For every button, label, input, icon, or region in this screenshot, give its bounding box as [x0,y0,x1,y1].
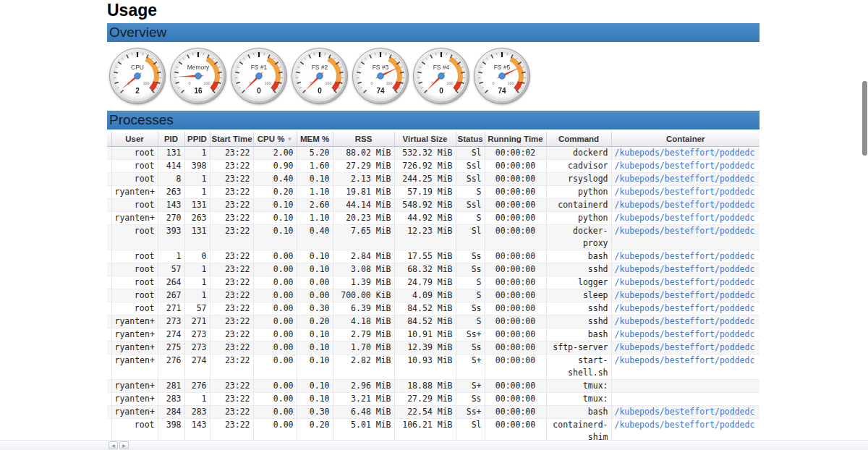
cell-start: 23:22 [210,289,253,302]
container-link[interactable]: /kubepods/besteffort/poddedc [615,226,755,236]
scroll-left-button[interactable]: ◀ [109,441,118,449]
cell-command: sleep [546,289,611,302]
cell-ppid: 1 [184,146,210,159]
container-link[interactable]: /kubepods/besteffort/poddedc [615,407,755,417]
process-row: ryanten+283123:220.000.103.21 MiB27.29 M… [107,392,760,405]
cell-vsize: 44.92 MiB [394,211,456,224]
cell-vsize: 532.32 MiB [394,146,456,159]
container-link[interactable]: /kubepods/besteffort/poddedc [615,187,755,197]
column-header-cpu[interactable]: CPU %▼ [253,132,297,146]
cell-pid: 267 [158,289,184,302]
container-link[interactable]: /kubepods/besteffort/poddedc [615,200,755,210]
cell-cpu: 0.00 [253,276,297,289]
cell-rss: 3.08 MiB [333,263,394,276]
cell-command: start- shell.sh [546,354,611,379]
container-link[interactable]: /kubepods/besteffort/poddedc [615,342,755,352]
gauge-fs-4: 0100FS #40 [412,47,470,105]
container-link[interactable]: /kubepods/besteffort/poddedc [615,329,755,339]
process-row: root2715723:220.000.306.39 MiB84.52 MiBS… [107,302,760,315]
usage-page: Usage Overview 0100CPU20100Memory160100F… [0,0,868,450]
cell-pid: 414 [158,159,184,172]
gauge-fs-2: 0100FS #20 [291,47,349,105]
cell-cpu: 2.00 [253,146,297,159]
vertical-scrollbar[interactable] [860,0,868,450]
column-header-start[interactable]: Start Time [210,132,253,146]
cell-cpu: 0.10 [253,211,297,224]
svg-text:FS #1: FS #1 [251,64,268,71]
cell-pid: 284 [158,405,184,418]
cell-command: sshd [546,263,611,276]
cell-mem: 0.10 [297,379,333,392]
column-label: RSS [355,135,373,143]
container-link[interactable]: /kubepods/besteffort/poddedc [615,148,755,158]
container-link[interactable]: /kubepods/besteffort/poddedc [615,213,755,223]
cell-rtime: 00:00:00 [485,405,546,418]
cell-status: Sl [456,146,485,159]
cell-rss: 3.21 MiB [333,392,394,405]
scroll-right-button[interactable]: ▶ [119,441,129,449]
svg-text:FS #5: FS #5 [494,64,511,71]
section-header-overview: Overview [107,23,760,42]
processes-table-header: UserPIDPPIDStart TimeCPU %▼MEM %RSSVirtu… [107,132,760,146]
cell-vsize: 84.52 MiB [394,302,456,315]
process-row: root41439823:220.901.6027.29 MiB726.92 M… [107,159,760,172]
cell-command: sftp-server [546,341,611,354]
column-header-ppid[interactable]: PPID [184,132,210,146]
cell-ppid: 0 [184,250,210,263]
column-label: Status [458,135,483,143]
container-link[interactable]: /kubepods/besteffort/poddedc [615,174,755,184]
container-link[interactable]: /kubepods/besteffort/poddedc [615,277,755,287]
cell-command: tmux: [546,392,611,405]
cell-rtime: 00:00:00 [485,341,546,354]
cell-vsize: 10.91 MiB [394,328,456,341]
cell-container: /kubepods/besteffort/poddedc [611,289,760,302]
cell-vsize: 12.39 MiB [394,341,456,354]
cell-container: /kubepods/besteffort/poddedc [611,198,760,211]
cell-container: /kubepods/besteffort/poddedc [611,159,760,172]
container-link[interactable]: /kubepods/besteffort/poddedc [615,264,755,274]
process-row: root57123:220.000.103.08 MiB68.32 MiBSs0… [107,263,760,276]
column-header-container[interactable]: Container [611,132,760,146]
container-link[interactable]: /kubepods/besteffort/poddedc [615,355,755,365]
container-link[interactable]: /kubepods/besteffort/poddedc [615,251,755,261]
process-row: ryanten+27627423:220.000.102.82 MiB10.93… [107,354,760,379]
horizontal-scrollbar[interactable]: ◀ ▶ [0,440,868,450]
cell-user: root [111,198,158,211]
cell-ppid: 1 [184,392,210,405]
cell-mem: 2.60 [297,198,333,211]
container-link[interactable]: /kubepods/besteffort/poddedc [615,420,755,430]
column-header-status[interactable]: Status [456,132,485,146]
cell-command: containerd [546,198,611,211]
cell-vsize: 726.92 MiB [394,159,456,172]
cell-status: Ssl [456,159,485,172]
cell-user: root [111,146,158,159]
process-row: ryanten+27327123:220.000.204.18 MiB84.52… [107,315,760,328]
cell-status: Ss+ [456,405,485,418]
cell-mem: 0.10 [297,172,333,185]
cell-rss: 4.18 MiB [333,315,394,328]
cell-vsize: 244.25 MiB [394,172,456,185]
column-header-vsize[interactable]: Virtual Size [394,132,456,146]
column-header-pid[interactable]: PID [158,132,184,146]
column-header-command[interactable]: Command [546,132,611,146]
section-header-processes: Processes [107,111,760,130]
cell-mem: 0.20 [297,315,333,328]
container-link[interactable]: /kubepods/besteffort/poddedc [615,303,755,313]
container-link[interactable]: /kubepods/besteffort/poddedc [615,316,755,326]
cell-rss: 6.48 MiB [333,405,394,418]
cell-pid: 276 [158,354,184,379]
cell-command: dockerd [546,146,611,159]
cell-start: 23:22 [210,198,253,211]
cell-rtime: 00:00:00 [485,172,546,185]
vertical-scrollbar-thumb[interactable] [862,81,867,156]
column-header-mem[interactable]: MEM % [297,132,333,146]
container-link[interactable]: /kubepods/besteffort/poddedc [615,290,755,300]
column-label: PPID [187,135,207,143]
cell-vsize: 24.79 MiB [394,276,456,289]
container-link[interactable]: /kubepods/besteffort/poddedc [615,161,755,171]
svg-text:100: 100 [142,81,149,85]
column-header-rss[interactable]: RSS [333,132,394,146]
column-header-user[interactable]: User [111,132,158,146]
cell-pid: 143 [158,198,184,211]
column-header-rtime[interactable]: Running Time [485,132,546,146]
